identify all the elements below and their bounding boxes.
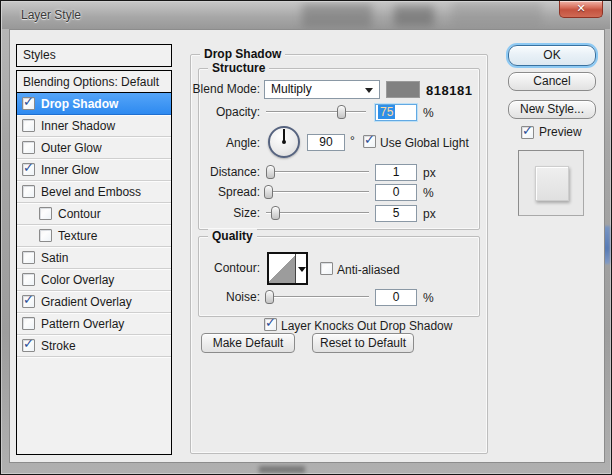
style-checkbox[interactable]: ✓ bbox=[22, 141, 35, 154]
titlebar-glass-noise bbox=[302, 4, 372, 28]
layer-knocks-out-label: Layer Knocks Out Drop Shadow bbox=[281, 319, 452, 333]
angle-input[interactable]: 90 bbox=[307, 134, 345, 151]
style-label: Texture bbox=[58, 229, 97, 243]
angle-center-dot bbox=[282, 140, 286, 144]
style-label: Contour bbox=[58, 207, 101, 221]
frame-background-bleed bbox=[259, 466, 305, 473]
spread-unit: % bbox=[423, 186, 434, 200]
style-checkbox[interactable]: ✓ bbox=[22, 119, 35, 132]
style-checkbox[interactable]: ✓ bbox=[22, 97, 35, 110]
anti-aliased-checkbox[interactable]: ✓ bbox=[320, 262, 333, 275]
structure-group-title: Structure bbox=[208, 61, 269, 75]
close-icon: ✕ bbox=[576, 2, 585, 14]
style-checkbox[interactable]: ✓ bbox=[22, 273, 35, 286]
slider-track bbox=[266, 212, 369, 213]
preview-checkbox[interactable]: ✓ bbox=[521, 126, 534, 139]
spread-slider-thumb[interactable] bbox=[264, 185, 273, 199]
titlebar-glass-noise bbox=[394, 6, 434, 26]
close-button[interactable]: ✕ bbox=[559, 1, 603, 18]
drop-shadow-group-title: Drop Shadow bbox=[200, 47, 285, 61]
layer-style-dialog: Layer Style ✕ Styles Blending Options: D… bbox=[0, 0, 612, 475]
make-default-button[interactable]: Make Default bbox=[201, 333, 295, 353]
anti-aliased-label: Anti-aliased bbox=[337, 263, 400, 277]
styles-list-header: Styles bbox=[16, 44, 172, 67]
distance-label: Distance: bbox=[140, 165, 260, 179]
style-list-item[interactable]: ✓ Pattern Overlay bbox=[17, 313, 171, 335]
slider-track bbox=[266, 171, 369, 172]
noise-input[interactable]: 0 bbox=[375, 289, 417, 306]
size-unit: px bbox=[423, 207, 436, 221]
check-icon: ✓ bbox=[23, 337, 34, 351]
spread-slider[interactable] bbox=[266, 184, 369, 199]
angle-dial[interactable] bbox=[268, 126, 300, 158]
angle-unit: ° bbox=[350, 134, 355, 148]
style-label: Pattern Overlay bbox=[41, 317, 124, 331]
opacity-value: 75 bbox=[378, 105, 395, 119]
slider-track bbox=[266, 191, 369, 192]
ok-button[interactable]: OK bbox=[508, 45, 596, 66]
style-label: Inner Shadow bbox=[41, 119, 115, 133]
opacity-unit: % bbox=[423, 106, 434, 120]
style-checkbox[interactable]: ✓ bbox=[22, 295, 35, 308]
style-label: Satin bbox=[41, 251, 68, 265]
distance-unit: px bbox=[423, 166, 436, 180]
style-label: Inner Glow bbox=[41, 163, 99, 177]
spread-input[interactable]: 0 bbox=[375, 184, 417, 201]
window-title: Layer Style bbox=[21, 8, 81, 22]
style-checkbox[interactable]: ✓ bbox=[22, 185, 35, 198]
style-checkbox[interactable]: ✓ bbox=[22, 339, 35, 352]
style-checkbox[interactable]: ✓ bbox=[22, 317, 35, 330]
check-icon: ✓ bbox=[23, 161, 34, 175]
preview-label: Preview bbox=[539, 125, 582, 139]
size-label: Size: bbox=[140, 206, 260, 220]
style-checkbox[interactable]: ✓ bbox=[22, 251, 35, 264]
distance-input[interactable]: 1 bbox=[375, 164, 417, 181]
angle-label: Angle: bbox=[140, 136, 260, 150]
style-label: Outer Glow bbox=[41, 141, 102, 155]
opacity-label: Opacity: bbox=[140, 105, 260, 119]
contour-label: Contour: bbox=[140, 261, 260, 275]
distance-slider-thumb[interactable] bbox=[266, 165, 275, 179]
check-icon: ✓ bbox=[23, 95, 34, 109]
titlebar[interactable]: Layer Style bbox=[2, 2, 610, 29]
dialog-content: Styles Blending Options: Default ✓ Drop … bbox=[9, 29, 605, 463]
check-icon: ✓ bbox=[522, 124, 533, 138]
check-icon: ✓ bbox=[265, 316, 276, 330]
new-style-button[interactable]: New Style... bbox=[508, 100, 596, 119]
style-label: Stroke bbox=[41, 339, 76, 353]
opacity-slider-thumb[interactable] bbox=[337, 105, 346, 119]
spread-label: Spread: bbox=[140, 185, 260, 199]
shadow-color-swatch[interactable] bbox=[386, 81, 420, 98]
size-input[interactable]: 5 bbox=[375, 205, 417, 222]
opacity-input[interactable]: 75 bbox=[375, 104, 417, 121]
noise-slider[interactable] bbox=[266, 289, 369, 304]
check-icon: ✓ bbox=[364, 133, 375, 147]
quality-group-title: Quality bbox=[208, 229, 257, 243]
style-label: Color Overlay bbox=[41, 273, 114, 287]
slider-track bbox=[266, 111, 366, 112]
style-checkbox[interactable]: ✓ bbox=[22, 163, 35, 176]
contour-picker[interactable] bbox=[267, 252, 308, 285]
layer-knocks-out-checkbox[interactable]: ✓ bbox=[264, 318, 277, 331]
cancel-button[interactable]: Cancel bbox=[508, 72, 596, 91]
blend-mode-select[interactable]: Multiply bbox=[264, 80, 380, 99]
size-slider[interactable] bbox=[266, 205, 369, 220]
style-label: Blending Options: Default bbox=[23, 75, 159, 89]
blend-mode-value: Multiply bbox=[271, 82, 312, 96]
slider-track bbox=[266, 296, 369, 297]
opacity-slider[interactable] bbox=[266, 104, 366, 119]
preview-toggle[interactable]: ✓ Preview bbox=[521, 125, 582, 139]
style-list-item[interactable]: ✓ Texture bbox=[17, 225, 171, 247]
noise-slider-thumb[interactable] bbox=[265, 290, 274, 304]
use-global-light-label: Use Global Light bbox=[380, 136, 469, 150]
size-slider-thumb[interactable] bbox=[271, 206, 280, 220]
style-checkbox[interactable]: ✓ bbox=[39, 229, 52, 242]
use-global-light-checkbox[interactable]: ✓ bbox=[363, 135, 376, 148]
contour-dropdown-arrow-icon[interactable] bbox=[296, 254, 306, 283]
style-label: Gradient Overlay bbox=[41, 295, 132, 309]
style-label: Drop Shadow bbox=[41, 97, 118, 111]
reset-to-default-button[interactable]: Reset to Default bbox=[312, 333, 414, 353]
style-list-item[interactable]: ✓ Stroke bbox=[17, 335, 171, 357]
style-checkbox[interactable]: ✓ bbox=[39, 207, 52, 220]
distance-slider[interactable] bbox=[266, 164, 369, 179]
